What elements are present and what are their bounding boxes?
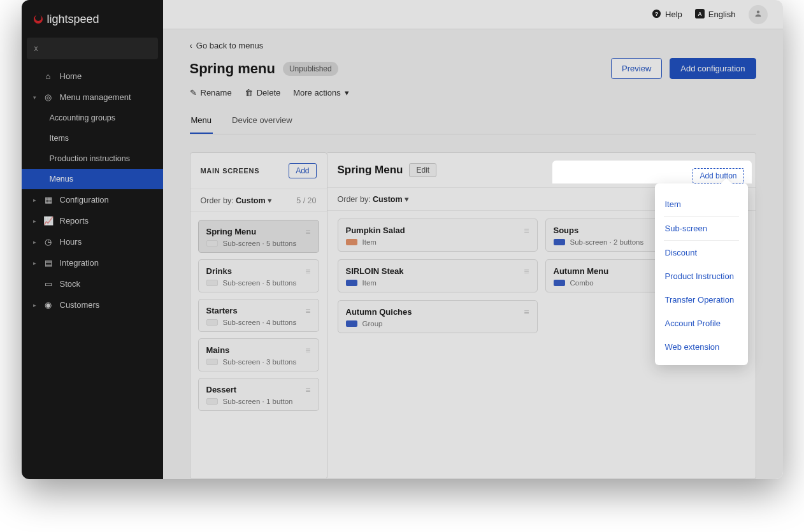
swatch-icon	[206, 280, 218, 286]
collapse-button[interactable]: x	[27, 38, 158, 59]
nav-configuration[interactable]: ▸ ▦ Configuration	[22, 189, 163, 210]
screen-card[interactable]: Starters≡Sub-screen · 4 buttons	[198, 299, 319, 332]
add-button[interactable]: Add button	[693, 168, 743, 183]
nav-label: Integration	[60, 258, 99, 268]
nav-integration[interactable]: ▸ ▤ Integration	[22, 252, 163, 273]
panel-heading: MAIN SCREENS	[201, 167, 260, 175]
user-icon: ◉	[43, 300, 54, 310]
dropdown-item[interactable]: Item	[664, 192, 739, 216]
nav-reports[interactable]: ▸ 📈 Reports	[22, 210, 163, 231]
edit-screen-button[interactable]: Edit	[409, 163, 436, 177]
screen-card[interactable]: Mains≡Sub-screen · 3 buttons	[198, 338, 319, 371]
nav-hours[interactable]: ▸ ◷ Hours	[22, 231, 163, 252]
button-card[interactable]: Autumn Quiches≡Group	[338, 300, 538, 333]
dropdown-discount[interactable]: Discount	[664, 240, 739, 264]
screen-card[interactable]: Drinks≡Sub-screen · 5 buttons	[198, 259, 319, 292]
card-meta: Item	[346, 279, 529, 287]
home-icon: ⌂	[43, 71, 54, 81]
target-icon: ◎	[43, 92, 54, 102]
nav-label: Hours	[60, 237, 82, 247]
svg-text:?: ?	[655, 11, 659, 17]
svg-text:A: A	[698, 11, 701, 17]
nav-menus[interactable]: Menus	[22, 169, 163, 189]
nav-production-instructions[interactable]: Production instructions	[22, 148, 163, 169]
chevron-right-icon: ▸	[33, 260, 37, 266]
help-icon: ?	[652, 9, 661, 20]
brand-logo: lightspeed	[22, 0, 163, 38]
more-actions[interactable]: More actions ▾	[293, 88, 348, 97]
dropdown-account-profile[interactable]: Account Profile	[664, 312, 739, 335]
chevron-down-icon: ▾	[33, 94, 37, 101]
button-card[interactable]: Pumpkin Salad≡Item	[338, 219, 538, 252]
nav-label: Customers	[60, 300, 100, 310]
drag-handle-icon[interactable]: ≡	[305, 385, 310, 395]
screen-card[interactable]: Dessert≡Sub-screen · 1 button	[198, 378, 319, 411]
chevron-down-icon: ▾	[345, 88, 349, 97]
trash-icon: 🗑	[245, 88, 253, 97]
nav-label: Configuration	[60, 195, 109, 205]
dropdown-transfer-operation[interactable]: Transfer Operation	[664, 288, 739, 312]
card-meta: Sub-screen · 4 buttons	[206, 319, 311, 326]
language-icon: A	[695, 9, 705, 20]
chevron-down-icon: ▾	[405, 194, 409, 204]
screen-count: 5 / 20	[296, 196, 316, 205]
drag-handle-icon[interactable]: ≡	[305, 227, 310, 237]
card-title: Autumn Quiches	[346, 307, 524, 317]
status-badge: Unpublished	[283, 62, 338, 76]
nav-accounting-groups[interactable]: Accounting groups	[22, 108, 163, 128]
chart-icon: 📈	[43, 216, 54, 226]
language-selector[interactable]: A English	[695, 9, 736, 20]
dropdown-sub-screen[interactable]: Sub-screen	[664, 216, 739, 240]
nav-label: Reports	[60, 216, 89, 226]
help-link[interactable]: ? Help	[652, 9, 682, 20]
nav-label: Stock	[60, 279, 81, 289]
card-title: Spring Menu	[206, 227, 306, 236]
brand-text: lightspeed	[47, 13, 99, 26]
nav-customers[interactable]: ▸ ◉ Customers	[22, 294, 163, 315]
dropdown-product-instruction[interactable]: Product Instruction	[664, 264, 739, 288]
swatch-icon	[346, 280, 357, 286]
clock-icon: ◷	[43, 237, 54, 247]
add-configuration-button[interactable]: Add configuration	[670, 58, 756, 79]
flame-icon	[33, 11, 43, 27]
card-title: SIRLOIN Steak	[346, 266, 524, 276]
dropdown-web-extension[interactable]: Web extension	[664, 335, 739, 359]
card-title: Starters	[206, 306, 306, 315]
person-icon	[754, 10, 762, 19]
add-screen-button[interactable]: Add	[289, 163, 316, 178]
chevron-down-icon: ▾	[268, 196, 272, 205]
back-link[interactable]: ‹ Go back to menus	[190, 41, 756, 50]
tab-device-overview[interactable]: Device overview	[231, 115, 294, 134]
grid-icon: ▦	[43, 195, 54, 205]
swatch-icon	[206, 240, 218, 247]
drag-handle-icon[interactable]: ≡	[305, 266, 310, 277]
preview-button[interactable]: Preview	[611, 58, 662, 79]
sort-row[interactable]: Order by: Custom ▾ 5 / 20	[190, 189, 327, 212]
drag-handle-icon[interactable]: ≡	[305, 306, 310, 316]
chevron-left-icon: ‹	[190, 41, 192, 50]
svg-point-4	[756, 11, 759, 14]
card-title: Drinks	[206, 266, 306, 276]
card-meta: Group	[346, 320, 529, 327]
add-button-dropdown: Item Sub-screen Discount Product Instruc…	[655, 183, 748, 365]
screen-card[interactable]: Spring Menu≡Sub-screen · 5 buttons	[198, 220, 319, 253]
rename-action[interactable]: ✎ Rename	[190, 88, 232, 97]
nav-home[interactable]: ⌂ Home	[22, 66, 163, 87]
button-card[interactable]: SIRLOIN Steak≡Item	[338, 259, 538, 292]
detail-title: Spring Menu	[338, 164, 403, 176]
swatch-icon	[346, 239, 357, 245]
card-title: Mains	[206, 345, 306, 355]
drag-handle-icon[interactable]: ≡	[524, 226, 529, 236]
nav-stock[interactable]: ▭ Stock	[22, 273, 163, 294]
drag-handle-icon[interactable]: ≡	[305, 345, 310, 356]
swatch-icon	[554, 280, 565, 286]
delete-action[interactable]: 🗑 Delete	[245, 88, 281, 97]
nav-menu-management[interactable]: ▾ ◎ Menu management	[22, 87, 163, 108]
user-avatar[interactable]	[749, 5, 768, 24]
drag-handle-icon[interactable]: ≡	[524, 307, 529, 317]
swatch-icon	[206, 398, 218, 405]
nav-label: Menu management	[60, 92, 131, 102]
tab-menu[interactable]: Menu	[190, 115, 213, 134]
nav-items[interactable]: Items	[22, 128, 163, 148]
drag-handle-icon[interactable]: ≡	[524, 266, 529, 277]
